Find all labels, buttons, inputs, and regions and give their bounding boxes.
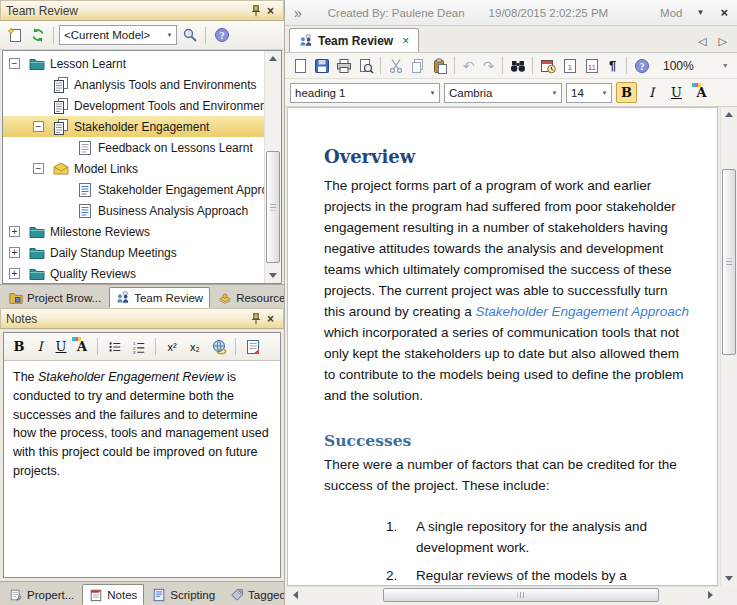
expand-icon[interactable]: + <box>9 247 20 258</box>
tree-item-analysis-tools[interactable]: Ananlysis Tools and Environments <box>3 74 264 95</box>
stakeholder-approach-link[interactable]: Stakeholder Engagement Approach <box>476 304 689 319</box>
tree-item-model-links[interactable]: − Model Links <box>3 158 264 179</box>
scrollbar-thumb[interactable] <box>722 169 736 355</box>
scroll-up-icon[interactable] <box>721 107 737 122</box>
document-heading-overview: Overview <box>324 146 691 167</box>
scrollbar-thumb[interactable] <box>266 151 280 263</box>
new-document-icon[interactable] <box>289 55 310 76</box>
tree-scrollbar[interactable] <box>264 51 281 283</box>
tab-properties[interactable]: Propert... <box>2 584 81 605</box>
collapse-icon[interactable]: − <box>33 121 44 132</box>
tab-notes[interactable]: Notes <box>82 584 144 605</box>
insert-date-icon[interactable] <box>537 55 558 76</box>
italic-button[interactable]: I <box>641 82 662 103</box>
print-preview-icon[interactable] <box>355 55 376 76</box>
underline-button[interactable]: U <box>52 339 70 354</box>
document-horizontal-scrollbar[interactable] <box>287 586 718 603</box>
close-icon[interactable]: × <box>263 3 278 18</box>
bullet-list-icon[interactable] <box>104 336 125 357</box>
tab-resources[interactable]: Resources <box>211 287 284 308</box>
insert-page-number-icon[interactable] <box>559 55 580 76</box>
chevron-down-icon[interactable]: ▼ <box>548 84 561 102</box>
subscript-button[interactable]: x₂ <box>185 341 205 353</box>
tree-item-stakeholder-approach[interactable]: Stakeholder Engagement Approach <box>3 179 264 200</box>
scrollbar-thumb[interactable] <box>383 588 659 602</box>
successes-list: 1. A single repository for the analysis … <box>324 516 691 586</box>
chevron-down-icon[interactable]: ▼ <box>696 8 704 17</box>
font-select[interactable]: Cambria ▼ <box>444 83 562 103</box>
cut-icon[interactable] <box>385 55 406 76</box>
tree-item-stakeholder-engagement[interactable]: − Stakeholder Engagement <box>3 116 264 137</box>
document-page[interactable]: Overview The project forms part of a pro… <box>287 107 718 586</box>
scroll-left-icon[interactable] <box>287 587 303 603</box>
tab-scripting[interactable]: Scripting <box>145 584 222 605</box>
tree-item-feedback-lessons[interactable]: Feedback on Lessons Learnt <box>3 137 264 158</box>
tree-item-development-tools[interactable]: Development Tools and Environments <box>3 95 264 116</box>
expand-icon[interactable]: + <box>9 268 20 279</box>
help-icon[interactable] <box>211 25 232 46</box>
zoom-select[interactable]: 100% ▼ <box>657 59 729 73</box>
toolbar-separator <box>155 338 156 355</box>
chevron-down-icon[interactable]: ▼ <box>426 84 439 102</box>
tab-team-review[interactable]: Team Review <box>109 287 210 308</box>
new-post-icon[interactable] <box>4 25 25 46</box>
close-icon[interactable]: × <box>720 5 728 20</box>
collapse-icon[interactable]: − <box>33 163 44 174</box>
superscript-button[interactable]: x² <box>162 341 182 353</box>
model-selector[interactable]: <Current Model> ▼ <box>59 25 177 45</box>
tree-item-milestone-reviews[interactable]: + Milestone Reviews <box>3 221 264 242</box>
font-color-button[interactable]: A <box>691 82 712 103</box>
pin-icon[interactable] <box>248 311 263 326</box>
hyperlink-icon[interactable] <box>208 336 229 357</box>
font-color-button[interactable]: A <box>73 339 91 354</box>
save-icon[interactable] <box>311 55 332 76</box>
italic-button[interactable]: I <box>31 339 49 354</box>
paste-icon[interactable] <box>429 55 450 76</box>
scroll-up-icon[interactable] <box>265 51 281 66</box>
style-select[interactable]: heading 1 ▼ <box>290 83 440 103</box>
scroll-down-icon[interactable] <box>265 268 281 283</box>
insert-document-icon[interactable] <box>242 336 263 357</box>
nav-right-icon[interactable]: ▷ <box>719 35 727 48</box>
tree-item-quality-reviews[interactable]: + Quality Reviews <box>3 263 264 283</box>
print-icon[interactable] <box>333 55 354 76</box>
tab-project-browser[interactable]: Project Brow... <box>2 287 108 308</box>
pin-icon[interactable] <box>248 3 263 18</box>
close-icon[interactable]: × <box>263 311 278 326</box>
tree-item-daily-standup[interactable]: + Daily Standup Meetings <box>3 242 264 263</box>
bold-button[interactable]: B <box>10 339 28 354</box>
find-icon[interactable] <box>507 55 528 76</box>
chevron-double-icon[interactable]: » <box>294 5 302 21</box>
chevron-down-icon[interactable]: ▼ <box>722 62 729 69</box>
notes-text[interactable]: The Stakeholder Engagement Review is con… <box>4 361 280 577</box>
search-icon[interactable] <box>179 25 200 46</box>
document-vertical-scrollbar[interactable] <box>720 107 737 586</box>
insert-page-count-icon[interactable] <box>581 55 602 76</box>
tab-team-review-document[interactable]: Team Review × <box>289 28 419 52</box>
undo-icon[interactable]: ↶ <box>459 58 478 74</box>
scroll-down-icon[interactable] <box>721 571 737 586</box>
refresh-icon[interactable] <box>27 25 48 46</box>
team-review-tree: − Lesson Learnt Ananlysis Tools and Envi… <box>2 50 282 284</box>
tab-tagged-values[interactable]: Tagged... <box>223 584 284 605</box>
numbered-list-icon[interactable] <box>128 336 149 357</box>
model-links-icon <box>53 161 69 177</box>
copy-icon[interactable] <box>407 55 428 76</box>
expand-icon[interactable]: + <box>9 226 20 237</box>
bold-button[interactable]: B <box>616 82 637 103</box>
nav-left-icon[interactable]: ◁ <box>698 35 706 48</box>
team-review-icon <box>116 291 130 305</box>
paragraph-marks-icon[interactable]: ¶ <box>603 58 622 73</box>
font-size-select[interactable]: 14 ▼ <box>566 83 612 103</box>
close-tab-icon[interactable]: × <box>402 34 409 48</box>
collapse-icon[interactable]: − <box>9 58 20 69</box>
redo-icon[interactable]: ↷ <box>479 58 498 74</box>
tree-item-business-analysis[interactable]: Business Analysis Approach <box>3 200 264 221</box>
scroll-right-icon[interactable] <box>702 587 718 603</box>
chevron-down-icon[interactable]: ▼ <box>598 84 611 102</box>
document-header: » Created By: Paulene Dean 19/08/2015 2:… <box>285 0 737 26</box>
tree-item-lesson-learnt[interactable]: − Lesson Learnt <box>3 53 264 74</box>
chevron-down-icon[interactable]: ▼ <box>163 26 176 44</box>
help-icon[interactable] <box>631 55 652 76</box>
underline-button[interactable]: U <box>666 82 687 103</box>
